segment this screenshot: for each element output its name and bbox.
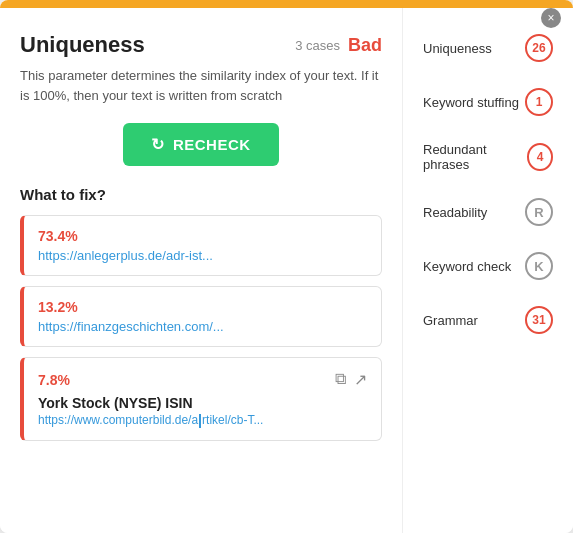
right-panel: Uniqueness 26 Keyword stuffing 1 Redunda… — [403, 8, 573, 533]
result-card-2[interactable]: 13.2% https://finanzgeschichten.com/... — [20, 286, 382, 347]
uniqueness-header: Uniqueness 3 cases Bad — [20, 32, 382, 58]
nav-label-grammar: Grammar — [423, 313, 478, 328]
refresh-icon: ↻ — [151, 135, 165, 154]
card-top-3: 7.8% ⧉ ↗ — [38, 370, 367, 389]
badge-uniqueness: 26 — [525, 34, 553, 62]
close-button[interactable]: × — [541, 8, 561, 28]
nav-item-keyword-check[interactable]: Keyword check K — [415, 242, 561, 290]
uniqueness-meta: 3 cases Bad — [295, 35, 382, 56]
nav-item-keyword-stuffing[interactable]: Keyword stuffing 1 — [415, 78, 561, 126]
result-percent-3: 7.8% — [38, 372, 70, 388]
recheck-button[interactable]: ↻ RECHECK — [123, 123, 278, 166]
card-action-icons: ⧉ ↗ — [335, 370, 367, 389]
nav-label-uniqueness: Uniqueness — [423, 41, 492, 56]
nav-item-redundant-phrases[interactable]: Redundant phrases 4 — [415, 132, 561, 182]
left-panel: Uniqueness 3 cases Bad This parameter de… — [0, 0, 403, 533]
url-end: rtikel/cb-T... — [202, 413, 263, 427]
badge-readability: R — [525, 198, 553, 226]
main-container: × Uniqueness 3 cases Bad This parameter … — [0, 0, 573, 533]
result-title-text-3: York Stock (NYSE) ISIN — [38, 395, 193, 411]
badge-keyword-check: K — [525, 252, 553, 280]
badge-redundant-phrases: 4 — [527, 143, 553, 171]
nav-label-keyword-stuffing: Keyword stuffing — [423, 95, 519, 110]
nav-item-uniqueness[interactable]: Uniqueness 26 — [415, 24, 561, 72]
nav-item-grammar[interactable]: Grammar 31 — [415, 296, 561, 344]
result-url-2: https://finanzgeschichten.com/... — [38, 319, 367, 334]
copy-icon[interactable]: ⧉ — [335, 370, 346, 389]
recheck-label: RECHECK — [173, 136, 251, 153]
description: This parameter determines the similarity… — [20, 66, 382, 105]
external-link-icon[interactable]: ↗ — [354, 370, 367, 389]
uniqueness-title: Uniqueness — [20, 32, 145, 58]
nav-label-keyword-check: Keyword check — [423, 259, 511, 274]
result-url-3: https://www.computerbild.de/artikel/cb-T… — [38, 413, 367, 428]
close-icon: × — [547, 11, 554, 25]
result-card-1[interactable]: 73.4% https://anlegerplus.de/adr-ist... — [20, 215, 382, 276]
url-start: https://www.computerbild.de/a — [38, 413, 198, 427]
badge-grammar: 31 — [525, 306, 553, 334]
what-to-fix-heading: What to fix? — [20, 186, 382, 203]
result-title-3: York Stock (NYSE) ISIN — [38, 395, 367, 411]
result-percent-2: 13.2% — [38, 299, 367, 315]
nav-label-redundant-phrases: Redundant phrases — [423, 142, 527, 172]
bad-label: Bad — [348, 35, 382, 56]
cases-label: 3 cases — [295, 38, 340, 53]
result-card-3[interactable]: 7.8% ⧉ ↗ York Stock (NYSE) ISIN https://… — [20, 357, 382, 441]
result-url-1: https://anlegerplus.de/adr-ist... — [38, 248, 367, 263]
text-cursor — [199, 414, 201, 428]
top-bar — [0, 0, 573, 8]
nav-item-readability[interactable]: Readability R — [415, 188, 561, 236]
nav-label-readability: Readability — [423, 205, 487, 220]
badge-keyword-stuffing: 1 — [525, 88, 553, 116]
result-percent-1: 73.4% — [38, 228, 367, 244]
